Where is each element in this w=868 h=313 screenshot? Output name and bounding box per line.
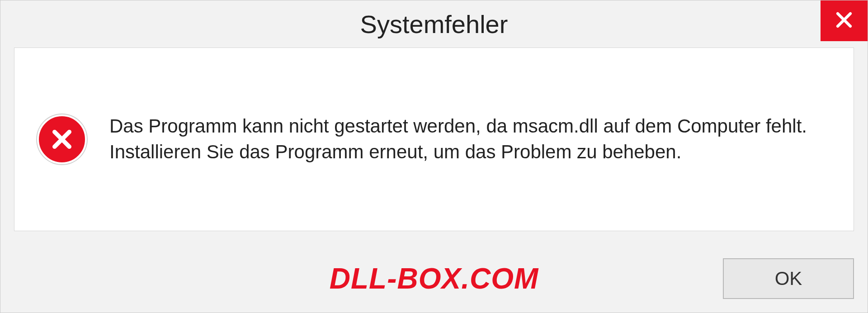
close-button[interactable]	[821, 0, 868, 41]
dialog-titlebar: Systemfehler	[0, 0, 868, 47]
dialog-message: Das Programm kann nicht gestartet werden…	[109, 114, 831, 165]
dialog-footer: DLL-BOX.COM OK	[0, 245, 868, 313]
error-icon	[37, 114, 87, 164]
error-dialog: Systemfehler Das Programm kann nicht ges…	[0, 0, 868, 313]
dialog-title: Systemfehler	[360, 9, 508, 39]
ok-button[interactable]: OK	[723, 258, 854, 299]
watermark-text: DLL-BOX.COM	[330, 262, 539, 295]
dialog-content-panel: Das Programm kann nicht gestartet werden…	[14, 47, 854, 231]
close-icon	[835, 10, 854, 31]
